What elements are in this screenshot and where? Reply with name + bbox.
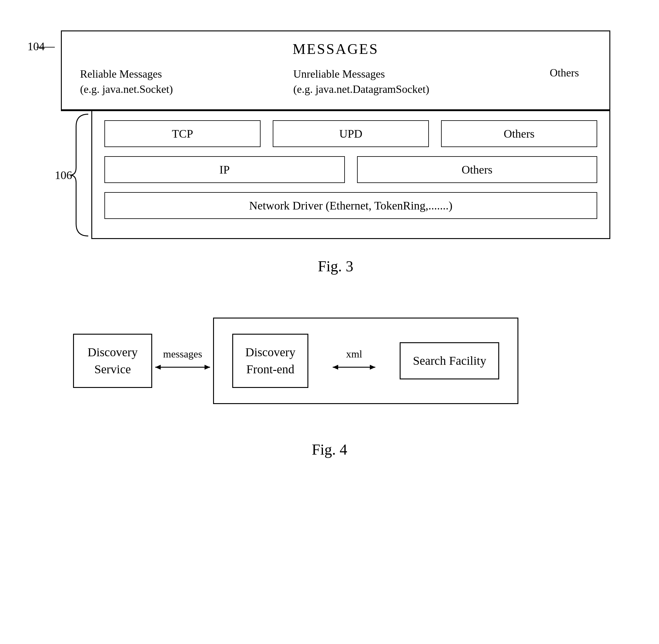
- reliable-messages-line2: (e.g. java.net.Socket): [80, 83, 173, 95]
- messages-arrow-container: messages: [152, 348, 213, 373]
- tcp-udp-row: TCP UPD Others: [104, 120, 597, 147]
- layers-inner: TCP UPD Others IP Others Network Driver …: [91, 111, 610, 239]
- unreliable-messages-line1: Unreliable Messages: [293, 68, 385, 80]
- network-driver-row: Network Driver (Ethernet, TokenRing,....…: [104, 192, 597, 219]
- xml-arrow-container: xml: [327, 348, 381, 373]
- messages-row: Reliable Messages (e.g. java.net.Socket)…: [74, 66, 597, 97]
- others2-box: Others: [357, 156, 597, 183]
- fig4-caption: Fig. 4: [49, 441, 610, 458]
- messages-outer-box: MESSAGES Reliable Messages (e.g. java.ne…: [61, 30, 610, 110]
- reliable-messages-line1: Reliable Messages: [80, 68, 162, 80]
- others1-box: Others: [441, 120, 597, 147]
- udp-box: UPD: [273, 120, 429, 147]
- discovery-frontend-box: DiscoveryFront-end: [232, 334, 308, 388]
- svg-marker-6: [370, 365, 375, 370]
- svg-marker-5: [333, 365, 338, 370]
- page: 104 MESSAGES Reliable Messages (e.g. jav…: [0, 0, 659, 644]
- fig4-outer-box: DiscoveryFront-end xml Search Facility: [213, 318, 518, 404]
- reliable-messages-col: Reliable Messages (e.g. java.net.Socket): [80, 66, 173, 97]
- fig4-diagram: DiscoveryService messages Discovery: [49, 299, 610, 422]
- layers-section: 106 TCP UPD Others IP Others: [61, 111, 610, 239]
- xml-label: xml: [346, 348, 362, 360]
- svg-marker-3: [205, 365, 210, 370]
- fig3-caption: Fig. 3: [61, 257, 610, 275]
- svg-marker-2: [155, 365, 161, 370]
- messages-arrow-svg: [152, 361, 213, 373]
- network-driver-box: Network Driver (Ethernet, TokenRing,....…: [104, 192, 597, 219]
- messages-title: MESSAGES: [74, 41, 597, 57]
- ip-box: IP: [104, 156, 345, 183]
- discovery-service-label: DiscoveryService: [88, 345, 138, 376]
- discovery-service-box: DiscoveryService: [73, 334, 152, 388]
- discovery-frontend-label: DiscoveryFront-end: [245, 345, 295, 376]
- tcp-box: TCP: [104, 120, 261, 147]
- unreliable-messages-col: Unreliable Messages (e.g. java.net.Datag…: [293, 66, 429, 97]
- messages-label: messages: [163, 348, 202, 360]
- search-facility-box: Search Facility: [400, 342, 499, 380]
- xml-arrow-svg: [330, 361, 378, 373]
- unreliable-messages-line2: (e.g. java.net.DatagramSocket): [293, 83, 429, 95]
- fig3-container: 104 MESSAGES Reliable Messages (e.g. jav…: [61, 30, 610, 275]
- label-106: 106: [55, 168, 72, 182]
- fig4-container: DiscoveryService messages Discovery: [49, 299, 610, 458]
- ip-others-row: IP Others: [104, 156, 597, 183]
- brace-container: 106: [61, 111, 91, 239]
- messages-others: Others: [550, 66, 579, 79]
